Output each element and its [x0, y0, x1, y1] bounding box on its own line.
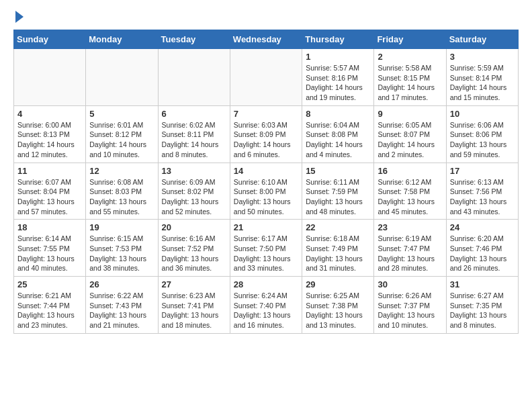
day-info: Sunrise: 6:20 AMSunset: 7:46 PMDaylight:…	[450, 234, 515, 273]
calendar-cell: 6Sunrise: 6:02 AMSunset: 8:11 PMDaylight…	[158, 105, 230, 163]
calendar-cell: 30Sunrise: 6:26 AMSunset: 7:37 PMDayligh…	[374, 277, 446, 334]
day-info: Sunrise: 6:06 AMSunset: 8:06 PMDaylight:…	[450, 120, 515, 160]
day-info: Sunrise: 6:17 AMSunset: 7:50 PMDaylight:…	[234, 234, 298, 273]
weekday-header-tuesday: Tuesday	[158, 30, 230, 49]
day-number: 29	[306, 279, 370, 289]
day-number: 6	[162, 109, 226, 119]
day-info: Sunrise: 6:03 AMSunset: 8:09 PMDaylight:…	[234, 120, 298, 160]
calendar-cell: 17Sunrise: 6:13 AMSunset: 7:56 PMDayligh…	[446, 163, 518, 220]
day-info: Sunrise: 6:22 AMSunset: 7:43 PMDaylight:…	[89, 291, 154, 330]
day-number: 23	[378, 222, 442, 232]
day-number: 21	[234, 222, 298, 232]
day-number: 16	[378, 166, 442, 176]
calendar-cell: 13Sunrise: 6:09 AMSunset: 8:02 PMDayligh…	[158, 163, 230, 220]
calendar-cell: 15Sunrise: 6:11 AMSunset: 7:59 PMDayligh…	[302, 163, 374, 220]
calendar-cell: 7Sunrise: 6:03 AMSunset: 8:09 PMDaylight…	[230, 105, 302, 163]
day-info: Sunrise: 6:05 AMSunset: 8:07 PMDaylight:…	[378, 120, 442, 160]
calendar-cell	[158, 49, 230, 106]
weekday-header-wednesday: Wednesday	[230, 30, 302, 49]
day-number: 5	[89, 109, 154, 119]
day-info: Sunrise: 6:26 AMSunset: 7:37 PMDaylight:…	[378, 291, 442, 330]
calendar-week-4: 18Sunrise: 6:14 AMSunset: 7:55 PMDayligh…	[14, 220, 519, 277]
day-number: 13	[162, 166, 226, 176]
day-number: 15	[306, 166, 370, 176]
day-number: 26	[89, 279, 154, 289]
day-number: 25	[17, 279, 82, 289]
calendar-cell: 12Sunrise: 6:08 AMSunset: 8:03 PMDayligh…	[86, 163, 158, 220]
day-info: Sunrise: 6:21 AMSunset: 7:44 PMDaylight:…	[17, 291, 82, 330]
calendar-cell: 4Sunrise: 6:00 AMSunset: 8:13 PMDaylight…	[14, 105, 86, 163]
day-info: Sunrise: 5:59 AMSunset: 8:14 PMDaylight:…	[450, 63, 515, 103]
day-info: Sunrise: 6:07 AMSunset: 8:04 PMDaylight:…	[17, 177, 82, 217]
calendar-cell: 16Sunrise: 6:12 AMSunset: 7:58 PMDayligh…	[374, 163, 446, 220]
calendar-week-3: 11Sunrise: 6:07 AMSunset: 8:04 PMDayligh…	[14, 163, 519, 220]
day-info: Sunrise: 6:15 AMSunset: 7:53 PMDaylight:…	[89, 234, 154, 273]
calendar-cell: 21Sunrise: 6:17 AMSunset: 7:50 PMDayligh…	[230, 220, 302, 277]
day-info: Sunrise: 6:04 AMSunset: 8:08 PMDaylight:…	[306, 120, 370, 160]
day-info: Sunrise: 6:25 AMSunset: 7:38 PMDaylight:…	[306, 291, 370, 330]
weekday-header-sunday: Sunday	[14, 30, 86, 49]
page-header	[13, 13, 519, 23]
day-info: Sunrise: 6:00 AMSunset: 8:13 PMDaylight:…	[17, 120, 82, 160]
calendar-cell: 29Sunrise: 6:25 AMSunset: 7:38 PMDayligh…	[302, 277, 374, 334]
calendar-cell: 23Sunrise: 6:19 AMSunset: 7:47 PMDayligh…	[374, 220, 446, 277]
calendar-table: SundayMondayTuesdayWednesdayThursdayFrid…	[13, 30, 519, 334]
calendar-cell: 25Sunrise: 6:21 AMSunset: 7:44 PMDayligh…	[14, 277, 86, 334]
calendar-cell: 28Sunrise: 6:24 AMSunset: 7:40 PMDayligh…	[230, 277, 302, 334]
day-info: Sunrise: 6:18 AMSunset: 7:49 PMDaylight:…	[306, 234, 370, 273]
day-info: Sunrise: 6:09 AMSunset: 8:02 PMDaylight:…	[162, 177, 226, 217]
calendar-cell: 26Sunrise: 6:22 AMSunset: 7:43 PMDayligh…	[86, 277, 158, 334]
day-number: 19	[89, 222, 154, 232]
day-number: 31	[450, 279, 515, 289]
day-number: 20	[162, 222, 226, 232]
calendar-cell: 10Sunrise: 6:06 AMSunset: 8:06 PMDayligh…	[446, 105, 518, 163]
day-number: 22	[306, 222, 370, 232]
calendar-week-2: 4Sunrise: 6:00 AMSunset: 8:13 PMDaylight…	[14, 105, 519, 163]
day-number: 17	[450, 166, 515, 176]
day-number: 3	[450, 52, 515, 62]
calendar-cell	[86, 49, 158, 106]
day-info: Sunrise: 6:12 AMSunset: 7:58 PMDaylight:…	[378, 177, 442, 217]
day-info: Sunrise: 6:01 AMSunset: 8:12 PMDaylight:…	[89, 120, 154, 160]
calendar-cell: 8Sunrise: 6:04 AMSunset: 8:08 PMDaylight…	[302, 105, 374, 163]
calendar-cell: 2Sunrise: 5:58 AMSunset: 8:15 PMDaylight…	[374, 49, 446, 106]
weekday-header-saturday: Saturday	[446, 30, 518, 49]
day-info: Sunrise: 6:14 AMSunset: 7:55 PMDaylight:…	[17, 234, 82, 273]
calendar-cell	[230, 49, 302, 106]
day-number: 18	[17, 222, 82, 232]
day-info: Sunrise: 6:13 AMSunset: 7:56 PMDaylight:…	[450, 177, 515, 217]
day-number: 27	[162, 279, 226, 289]
day-number: 10	[450, 109, 515, 119]
weekday-header-monday: Monday	[86, 30, 158, 49]
day-info: Sunrise: 6:11 AMSunset: 7:59 PMDaylight:…	[306, 177, 370, 217]
calendar-header-row: SundayMondayTuesdayWednesdayThursdayFrid…	[14, 30, 519, 49]
day-number: 24	[450, 222, 515, 232]
calendar-week-5: 25Sunrise: 6:21 AMSunset: 7:44 PMDayligh…	[14, 277, 519, 334]
day-info: Sunrise: 6:02 AMSunset: 8:11 PMDaylight:…	[162, 120, 226, 160]
day-number: 4	[17, 109, 82, 119]
day-number: 1	[306, 52, 370, 62]
calendar-cell: 11Sunrise: 6:07 AMSunset: 8:04 PMDayligh…	[14, 163, 86, 220]
day-info: Sunrise: 5:58 AMSunset: 8:15 PMDaylight:…	[378, 63, 442, 103]
day-number: 28	[234, 279, 298, 289]
calendar-cell: 20Sunrise: 6:16 AMSunset: 7:52 PMDayligh…	[158, 220, 230, 277]
day-info: Sunrise: 6:16 AMSunset: 7:52 PMDaylight:…	[162, 234, 226, 273]
calendar-cell: 14Sunrise: 6:10 AMSunset: 8:00 PMDayligh…	[230, 163, 302, 220]
calendar-cell: 9Sunrise: 6:05 AMSunset: 8:07 PMDaylight…	[374, 105, 446, 163]
calendar-cell: 3Sunrise: 5:59 AMSunset: 8:14 PMDaylight…	[446, 49, 518, 106]
calendar-cell: 31Sunrise: 6:27 AMSunset: 7:35 PMDayligh…	[446, 277, 518, 334]
day-info: Sunrise: 5:57 AMSunset: 8:16 PMDaylight:…	[306, 63, 370, 103]
logo-triangle-icon	[15, 11, 24, 23]
calendar-cell: 27Sunrise: 6:23 AMSunset: 7:41 PMDayligh…	[158, 277, 230, 334]
calendar-cell: 19Sunrise: 6:15 AMSunset: 7:53 PMDayligh…	[86, 220, 158, 277]
calendar-cell: 1Sunrise: 5:57 AMSunset: 8:16 PMDaylight…	[302, 49, 374, 106]
calendar-cell: 5Sunrise: 6:01 AMSunset: 8:12 PMDaylight…	[86, 105, 158, 163]
day-info: Sunrise: 6:24 AMSunset: 7:40 PMDaylight:…	[234, 291, 298, 330]
calendar-cell: 24Sunrise: 6:20 AMSunset: 7:46 PMDayligh…	[446, 220, 518, 277]
day-info: Sunrise: 6:27 AMSunset: 7:35 PMDaylight:…	[450, 291, 515, 330]
day-number: 2	[378, 52, 442, 62]
day-number: 7	[234, 109, 298, 119]
day-number: 11	[17, 166, 82, 176]
day-info: Sunrise: 6:10 AMSunset: 8:00 PMDaylight:…	[234, 177, 298, 217]
calendar-week-1: 1Sunrise: 5:57 AMSunset: 8:16 PMDaylight…	[14, 49, 519, 106]
